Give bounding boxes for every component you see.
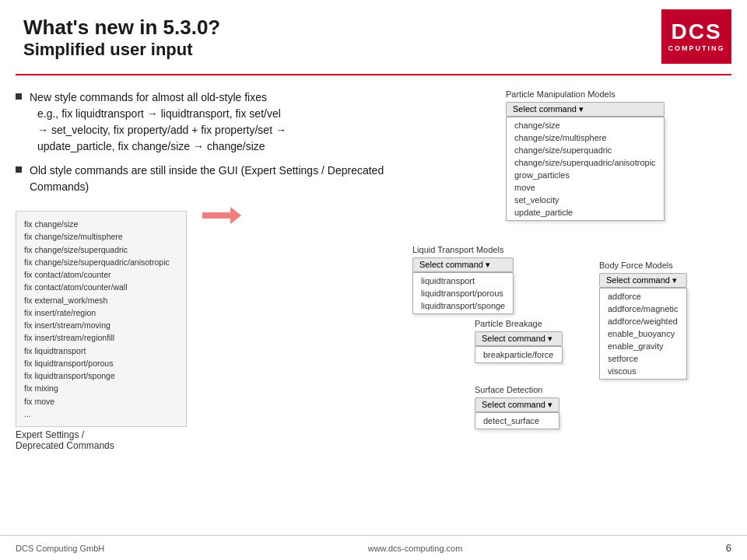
page-number: 6 (726, 542, 731, 554)
pink-arrow-icon (202, 207, 241, 224)
old-command-item: fix insert/stream/moving (24, 319, 178, 331)
particle-breakage-list: breakparticle/force (475, 346, 563, 363)
old-command-item: fix move (24, 395, 178, 408)
old-command-item: fix change/size (24, 218, 178, 230)
header: What's new in 5.3.0? Simplified user inp… (0, 0, 747, 68)
transform-arrow (202, 207, 241, 224)
surface-detection-widget: Surface Detection Select command ▾ detec… (475, 385, 559, 429)
left-panel: New style commands for almost all old-st… (16, 89, 405, 478)
particle-manipulation-item[interactable]: change/size/multisphere (507, 131, 664, 144)
liquid-transport-list: liquidtransportliquidtransport/porousliq… (412, 272, 514, 314)
body-force-item[interactable]: addforce/weighted (600, 315, 686, 327)
particle-manipulation-select[interactable]: Select command ▾ (506, 102, 665, 117)
bullet-item-2: Old style commands are still inside the … (16, 163, 405, 195)
particle-manipulation-item[interactable]: change/size/superquadric (507, 144, 664, 156)
old-commands-list: fix change/sizefix change/size/multisphe… (16, 211, 187, 427)
old-command-item: fix mixing (24, 382, 178, 394)
old-command-item: fix contact/atom/counter (24, 268, 178, 281)
footer-left: DCS Computing GmbH (16, 544, 104, 553)
bullet-item-1: New style commands for almost all old-st… (16, 89, 405, 155)
particle-breakage-select[interactable]: Select command ▾ (475, 331, 563, 346)
old-command-item: fix change/size/superquadric/anisotropic (24, 256, 178, 268)
old-command-item: fix change/size/superquadric (24, 243, 178, 256)
liquid-transport-item[interactable]: liquidtransport/porous (413, 287, 513, 299)
bullet-icon-1 (16, 93, 22, 100)
old-command-item: fix external_work/mesh (24, 294, 178, 306)
body-force-list: addforceaddforce/magneticaddforce/weight… (599, 288, 687, 380)
body-force-item[interactable]: enable_gravity (600, 340, 686, 352)
body-force-item[interactable]: viscous (600, 365, 686, 377)
particle-manipulation-list: change/sizechange/size/multispherechange… (506, 117, 665, 221)
liquid-transport-title: Liquid Transport Models (412, 245, 514, 254)
surface-detection-list: detect_surface (475, 412, 559, 429)
body-force-title: Body Force Models (599, 261, 687, 270)
bullet-text-1: New style commands for almost all old-st… (30, 89, 286, 155)
surface-detection-title: Surface Detection (475, 385, 559, 394)
old-command-item: fix change/size/multisphere (24, 230, 178, 243)
header-divider (16, 74, 731, 75)
particle-breakage-widget: Particle Breakage Select command ▾ break… (475, 319, 563, 363)
old-commands-panel: fix change/sizefix change/size/multisphe… (16, 207, 187, 451)
title-main: What's new in 5.3.0? (23, 16, 724, 40)
body-force-item[interactable]: addforce/magnetic (600, 303, 686, 315)
old-command-item: fix liquidtransport (24, 345, 178, 357)
particle-manipulation-item[interactable]: grow_particles (507, 169, 664, 181)
old-command-item: fix insert/stream/regionfill (24, 331, 178, 344)
particle-manipulation-item[interactable]: update_particle (507, 206, 664, 219)
liquid-transport-item[interactable]: liquidtransport (413, 275, 513, 287)
liquid-transport-widget: Liquid Transport Models Select command ▾… (412, 245, 514, 314)
surface-detection-select[interactable]: Select command ▾ (475, 397, 559, 412)
footer-center: www.dcs-computing.com (368, 544, 463, 553)
surface-detection-item[interactable]: detect_surface (475, 415, 559, 427)
old-command-item: ... (24, 408, 178, 420)
diagrams-area: Particle Manipulation Models Select comm… (412, 89, 739, 478)
particle-manipulation-item[interactable]: change/size (507, 119, 664, 131)
particle-breakage-title: Particle Breakage (475, 319, 563, 328)
body-force-widget: Body Force Models Select command ▾ addfo… (599, 261, 687, 380)
liquid-transport-item[interactable]: liquidtransport/sponge (413, 299, 513, 312)
particle-manipulation-item[interactable]: change/size/superquadric/anisotropic (507, 156, 664, 169)
old-command-item: fix contact/atom/counter/wall (24, 281, 178, 293)
body-force-item[interactable]: addforce (600, 290, 686, 303)
logo: DCS COMPUTING (661, 9, 731, 64)
body-force-select[interactable]: Select command ▾ (599, 273, 687, 288)
liquid-transport-select[interactable]: Select command ▾ (412, 257, 514, 272)
particle-manipulation-item[interactable]: move (507, 181, 664, 194)
footer: DCS Computing GmbH www.dcs-computing.com… (0, 535, 747, 560)
particle-manipulation-widget: Particle Manipulation Models Select comm… (506, 89, 665, 221)
old-command-item: fix liquidtransport/porous (24, 357, 178, 369)
body-force-item[interactable]: enable_buoyancy (600, 327, 686, 340)
deprecated-label: Expert Settings /Deprecated Commands (16, 429, 187, 451)
body-force-item[interactable]: setforce (600, 352, 686, 365)
logo-dcs-text: DCS (671, 21, 721, 43)
old-command-item: fix insert/rate/region (24, 306, 178, 319)
particle-manipulation-title: Particle Manipulation Models (506, 89, 665, 99)
title-sub: Simplified user input (23, 40, 724, 60)
logo-computing-text: COMPUTING (668, 44, 725, 52)
bullet-text-2: Old style commands are still inside the … (30, 163, 405, 195)
old-command-item: fix liquidtransport/sponge (24, 369, 178, 382)
particle-breakage-item[interactable]: breakparticle/force (475, 348, 562, 361)
bullet-icon-2 (16, 166, 22, 173)
particle-manipulation-item[interactable]: set_velocity (507, 194, 664, 206)
